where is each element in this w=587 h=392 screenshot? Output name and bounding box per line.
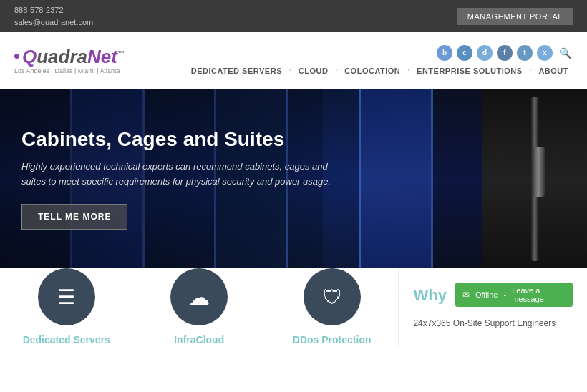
- hero-section: Cabinets, Cages and Suites Highly experi…: [0, 89, 587, 268]
- why-section: Why ✉ Offline - Leave a message 24x7x365…: [398, 268, 587, 346]
- logo-area: QuadraNet™ Los Angeles | Dallas | Miami …: [14, 47, 125, 74]
- logo-locations: Los Angeles | Dallas | Miami | Atlanta: [14, 67, 125, 74]
- social-icons-row: b c d f t x 🔍: [437, 45, 573, 61]
- social-icon-d[interactable]: d: [477, 45, 493, 61]
- nav-item-dedicated-servers[interactable]: DEDICATED SERVERS: [187, 65, 286, 77]
- server-icon: ☰: [57, 285, 75, 309]
- offline-chat-badge[interactable]: ✉ Offline - Leave a message: [455, 283, 573, 307]
- search-icon[interactable]: 🔍: [557, 45, 573, 61]
- feature-dedicated-servers: ☰ Dedicated Servers: [0, 268, 132, 346]
- ddos-label: DDos Protection: [293, 334, 372, 346]
- header-right: b c d f t x 🔍 DEDICATED SERVERS · CLOUD …: [187, 45, 573, 77]
- header: QuadraNet™ Los Angeles | Dallas | Miami …: [0, 32, 587, 89]
- why-title: Why: [413, 286, 446, 305]
- shield-icon: 🛡: [322, 285, 342, 309]
- social-icon-t[interactable]: t: [517, 45, 533, 61]
- nav-item-colocation[interactable]: COLOCATION: [340, 65, 404, 77]
- email-address: sales@quadranet.com: [14, 16, 93, 29]
- shield-icon-circle: 🛡: [304, 268, 361, 325]
- hero-description: Highly experienced technical experts can…: [21, 160, 351, 190]
- feature-infracloud: ☁ InfraCloud: [132, 268, 265, 346]
- offline-cta-label: Leave a message: [512, 286, 566, 303]
- features-row: ☰ Dedicated Servers ☁ InfraCloud 🛡 DDos …: [0, 268, 398, 346]
- main-nav: DEDICATED SERVERS · CLOUD · COLOCATION ·…: [187, 65, 573, 77]
- nav-item-enterprise-solutions[interactable]: ENTERPRISE SOLUTIONS: [412, 65, 527, 77]
- social-icon-c[interactable]: c: [457, 45, 472, 61]
- offline-label: Offline: [475, 290, 498, 299]
- feature-ddos-protection: 🛡 DDos Protection: [266, 268, 398, 346]
- support-text: 24x7x365 On-Site Support Engineers: [413, 318, 573, 328]
- social-icon-x[interactable]: x: [537, 45, 553, 61]
- hero-content: Cabinets, Cages and Suites Highly experi…: [21, 128, 351, 230]
- logo-dot: [14, 54, 19, 59]
- management-portal-button[interactable]: MANAGEMENT PORTAL: [457, 8, 573, 25]
- phone-number: 888-578-2372: [14, 4, 93, 16]
- contact-info: 888-578-2372 sales@quadranet.com: [14, 4, 93, 28]
- social-icon-b[interactable]: b: [437, 45, 452, 61]
- bottom-section: ☰ Dedicated Servers ☁ InfraCloud 🛡 DDos …: [0, 268, 587, 346]
- social-icon-f[interactable]: f: [497, 45, 513, 61]
- cloud-icon: ☁: [188, 285, 210, 310]
- email-icon: ✉: [462, 290, 470, 300]
- cloud-icon-circle: ☁: [170, 268, 228, 325]
- nav-item-cloud[interactable]: CLOUD: [294, 65, 333, 77]
- nav-item-about[interactable]: ABOUT: [534, 65, 573, 77]
- offline-separator: -: [503, 290, 506, 299]
- top-bar: 888-578-2372 sales@quadranet.com MANAGEM…: [0, 0, 587, 32]
- server-icon-circle: ☰: [38, 268, 95, 325]
- infracloud-label: InfraCloud: [174, 334, 224, 346]
- hero-cta-button[interactable]: TELL ME MORE: [21, 204, 127, 230]
- dedicated-servers-label: Dedicated Servers: [23, 334, 110, 346]
- hero-title: Cabinets, Cages and Suites: [21, 128, 351, 151]
- logo-text: QuadraNet™: [22, 47, 125, 66]
